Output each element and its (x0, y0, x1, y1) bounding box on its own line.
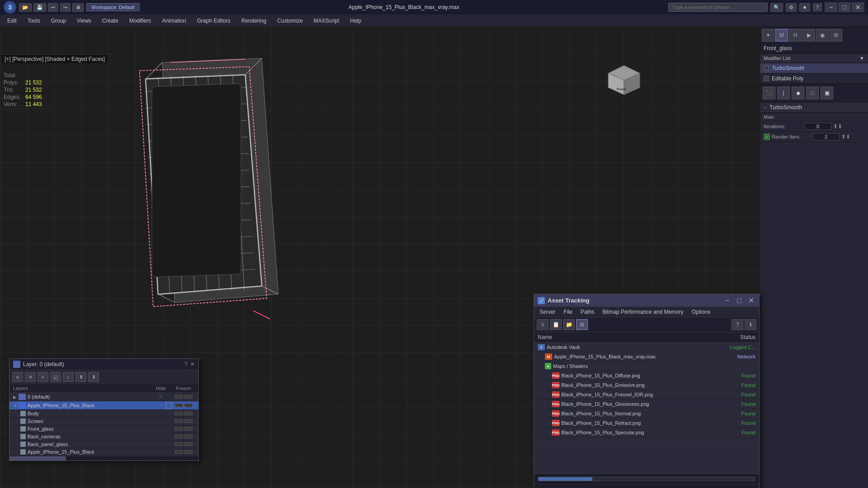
modifier-list-header[interactable]: Modifier List ▼ (760, 54, 868, 63)
hide-bar[interactable] (175, 395, 183, 399)
menu-graph-editors[interactable]: Graph Editors (192, 16, 236, 26)
menu-modifiers[interactable]: Modifiers (124, 16, 157, 26)
utility-icon[interactable]: ⚙ (830, 29, 842, 42)
hide-bar-body[interactable] (175, 412, 183, 415)
layer-scrollbar[interactable] (9, 456, 198, 460)
layer-row-body[interactable]: Body (9, 410, 198, 418)
menu-help[interactable]: Help (345, 16, 367, 26)
asset-row-specular[interactable]: PNG Black_iPhone_15_Plus_Specular.png Fo… (534, 428, 759, 437)
asset-row-diffuse[interactable]: PNG Black_iPhone_15_Plus_Diffuse.png Fou… (534, 371, 759, 381)
asset-row-normal[interactable]: PNG Black_iPhone_15_Plus_Normal.png Foun… (534, 409, 759, 418)
freeze-bar-bp[interactable] (184, 442, 192, 446)
asset-info-btn[interactable]: ℹ (745, 319, 756, 330)
search-button[interactable]: 🔍 (770, 3, 783, 12)
freeze-bar-fg[interactable] (184, 427, 192, 431)
hierarchy-icon[interactable]: H (789, 29, 802, 42)
sub-icon-1[interactable]: ⬛ (763, 87, 775, 99)
modifier-editable-poly[interactable]: Editable Poly (760, 74, 868, 84)
open-file-button[interactable]: 📂 (19, 3, 32, 12)
sub-icon-5[interactable]: ▣ (821, 87, 833, 99)
layer-move-btn[interactable]: ↕ (63, 372, 74, 382)
layer-hide-check[interactable]: ✓ (150, 394, 172, 400)
layer-row-screen[interactable]: Screen (9, 418, 198, 425)
layer-row-back-panel[interactable]: Back_panel_glass (9, 441, 198, 448)
menu-bitmap-perf[interactable]: Bitmap Performance and Memory (599, 308, 687, 316)
layer-row-apple-group[interactable]: ▼ Apple_IPhone_15_Plus_Black (9, 401, 198, 410)
modifier-turbosmooth[interactable]: TurboSmooth (760, 63, 868, 74)
hide-bar-screen[interactable] (175, 419, 183, 423)
close-button[interactable]: ✕ (852, 2, 864, 12)
asset-row-refract[interactable]: PNG Black_iPhone_15_Plus_Refract.png Fou… (534, 418, 759, 428)
turbosmooth-section[interactable]: − TurboSmooth (760, 102, 868, 113)
menu-tools[interactable]: Tools (22, 16, 46, 26)
menu-server[interactable]: Server (536, 308, 559, 316)
hide-bar-bc[interactable] (175, 435, 183, 438)
layer-row-apple-sub[interactable]: Apple_IPhone_15_Plus_Black (9, 448, 198, 456)
restore-button[interactable]: □ (838, 2, 851, 12)
hide-bar-bp[interactable] (175, 442, 183, 446)
freeze-bar-2[interactable] (184, 404, 192, 407)
freeze-bar-as[interactable] (184, 450, 192, 454)
iterations-spinner[interactable]: ⬆⬇ (833, 123, 842, 130)
layer-delete-btn[interactable]: ✕ (25, 372, 36, 382)
star-button[interactable]: ★ (799, 3, 810, 12)
asset-tb-1[interactable]: ≡ (537, 319, 549, 330)
menu-group[interactable]: Group (46, 16, 71, 26)
help-button[interactable]: ? (813, 3, 822, 11)
render-iters-spinner[interactable]: ⬆⬇ (841, 134, 850, 140)
layer-down-btn[interactable]: ⬇ (88, 372, 99, 382)
hide-bar-as[interactable] (175, 450, 183, 454)
display-icon[interactable]: ◉ (816, 29, 829, 42)
menu-views[interactable]: Views (71, 16, 97, 26)
menu-create[interactable]: Create (97, 16, 124, 26)
asset-tb-2[interactable]: 📋 (550, 319, 562, 330)
render-iters-value[interactable]: 2 (812, 133, 840, 140)
options-button[interactable]: ⚙ (786, 3, 797, 12)
modify-icon active[interactable]: M (775, 29, 788, 42)
menu-rendering[interactable]: Rendering (236, 16, 272, 26)
asset-row-fresnel[interactable]: PNG Black_iPhone_15_Plus_Fresnel_IOR.png… (534, 390, 759, 400)
iterations-value[interactable]: 0 (804, 123, 831, 130)
freeze-bar-bc[interactable] (184, 435, 192, 438)
hide-bar-fg[interactable] (175, 427, 183, 431)
viewport-button[interactable]: 🖥 (72, 3, 84, 12)
search-input[interactable] (668, 3, 768, 12)
create-icon[interactable]: ✦ (762, 29, 774, 42)
menu-animation[interactable]: Animation (157, 16, 192, 26)
view-cube[interactable]: Front (606, 63, 642, 99)
minimize-button[interactable]: − (825, 2, 837, 12)
asset-restore-btn[interactable]: □ (735, 297, 744, 305)
menu-file[interactable]: File (560, 308, 576, 316)
expand-icon-2[interactable]: ▼ (13, 403, 19, 408)
viewport-label[interactable]: [+] [Perspective] [Shaded + Edged Faces] (2, 55, 108, 63)
layer-row-front-glass[interactable]: Front_glass (9, 425, 198, 433)
asset-row-maxfile[interactable]: M Apple_IPhone_15_Plus_Black_max_vray.ma… (534, 352, 759, 362)
redo-button[interactable]: ↪ (60, 3, 70, 12)
asset-help-btn[interactable]: ? (732, 319, 743, 330)
menu-paths[interactable]: Paths (577, 308, 598, 316)
menu-edit[interactable]: Edit (2, 16, 22, 26)
layer-add-btn[interactable]: + (38, 372, 48, 382)
sub-icon-4[interactable]: □ (806, 87, 819, 99)
asset-row-maps[interactable]: ● Maps / Shaders (534, 362, 759, 371)
hide-bar-2[interactable] (175, 404, 183, 407)
object-name[interactable]: Front_glass (760, 43, 868, 54)
menu-customize[interactable]: Customize (272, 16, 308, 26)
freeze-bar-body[interactable] (184, 412, 192, 415)
layer-select-btn[interactable]: ◱ (50, 372, 61, 382)
layer-up-btn[interactable]: ⬆ (75, 372, 86, 382)
modifier-check[interactable] (764, 65, 769, 71)
layer-row-back-cameras[interactable]: Back_cameras (9, 433, 198, 441)
asset-close-btn[interactable]: ✕ (746, 296, 755, 305)
expand-icon[interactable]: ▶ (13, 395, 19, 400)
freeze-bar[interactable] (184, 395, 192, 399)
undo-button[interactable]: ↩ (48, 3, 58, 12)
asset-row-emissive[interactable]: PNG Black_iPhone_15_Plus_Emissive.png Fo… (534, 381, 759, 390)
asset-tb-4[interactable]: ⊞ (576, 319, 588, 330)
layer-panel-close[interactable]: ✕ (190, 361, 195, 367)
motion-icon[interactable]: ▶ (802, 29, 815, 42)
layer-panel-help[interactable]: ? (184, 361, 188, 367)
menu-maxscript[interactable]: MAXScript (308, 16, 345, 26)
asset-row-glossiness[interactable]: PNG Black_iPhone_15_Plus_Glossiness.png … (534, 400, 759, 409)
scrollbar-thumb[interactable] (9, 456, 66, 460)
